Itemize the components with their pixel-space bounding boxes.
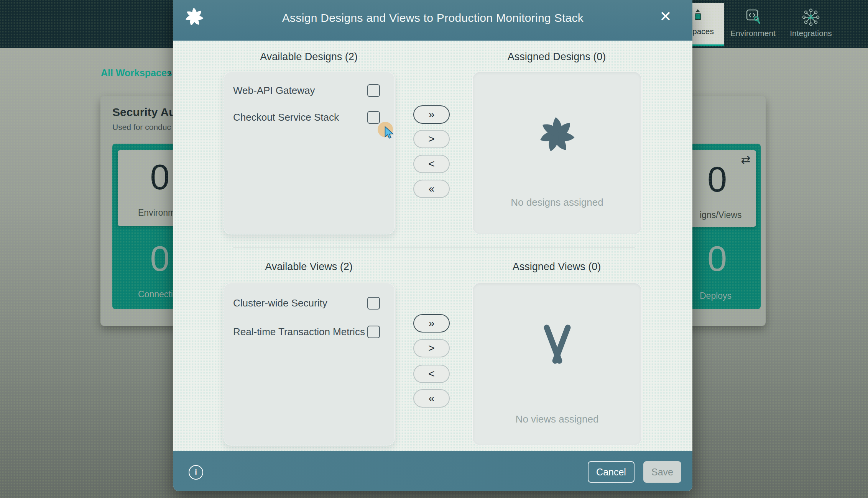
save-button[interactable]: Save bbox=[643, 461, 681, 483]
cancel-button[interactable]: Cancel bbox=[588, 461, 635, 483]
available-designs-heading: Available Designs (2) bbox=[224, 51, 394, 63]
designs-move-all-right-button[interactable]: » bbox=[413, 105, 450, 124]
dialog-body: Available Designs (2) Assigned Designs (… bbox=[173, 41, 692, 451]
view-checkbox[interactable] bbox=[367, 326, 380, 338]
stat-label: Connecti bbox=[138, 289, 173, 300]
design-empty-spiral-icon bbox=[536, 113, 579, 158]
screen: Workspaces rkspaces Environment bbox=[0, 0, 868, 498]
views-move-all-left-button[interactable]: « bbox=[413, 389, 450, 408]
assigned-views-panel: No views assigned bbox=[472, 283, 642, 446]
tab-integrations[interactable]: Integrations bbox=[782, 3, 840, 46]
workspaces-tab-icon bbox=[691, 8, 704, 25]
designs-move-all-left-button[interactable]: « bbox=[413, 180, 450, 198]
available-views-heading: Available Views (2) bbox=[224, 261, 394, 273]
breadcrumb-chevron-icon: › bbox=[168, 66, 172, 79]
swap-icon[interactable]: ⇄ bbox=[741, 154, 751, 165]
design-label: Checkout Service Stack bbox=[233, 111, 339, 123]
no-designs-text: No designs assigned bbox=[473, 197, 641, 208]
dialog-title: Assign Designs and Views to Production M… bbox=[173, 11, 692, 25]
workspace-card-title: Security Aud bbox=[112, 106, 183, 119]
workspace-card-subtitle: Used for conduc bbox=[112, 123, 171, 132]
tab-environment[interactable]: Environment bbox=[724, 3, 782, 46]
dialog-footer: i Cancel Save bbox=[173, 451, 692, 491]
list-item-view[interactable]: Cluster-wide Security bbox=[224, 289, 395, 316]
view-checkbox[interactable] bbox=[367, 297, 380, 310]
view-label: Real-time Transaction Metrics bbox=[233, 326, 365, 338]
environment-tab-icon bbox=[745, 8, 761, 26]
no-views-text: No views assigned bbox=[473, 413, 641, 425]
tab-label: Integrations bbox=[782, 29, 840, 38]
designs-move-right-button[interactable]: > bbox=[413, 130, 450, 148]
designs-move-left-button[interactable]: < bbox=[413, 155, 450, 173]
design-label: Web-API Gateway bbox=[233, 85, 315, 97]
view-empty-v-icon bbox=[534, 321, 580, 369]
assigned-designs-heading: Assigned Designs (0) bbox=[472, 51, 641, 63]
list-item-design[interactable]: Checkout Service Stack bbox=[224, 103, 395, 130]
tab-label: Environment bbox=[724, 29, 782, 38]
stat-label: Deploys bbox=[700, 291, 732, 301]
integrations-tab-icon bbox=[802, 8, 820, 28]
close-icon[interactable]: ✕ bbox=[656, 7, 676, 26]
dialog-header: Assign Designs and Views to Production M… bbox=[173, 0, 692, 41]
assigned-designs-panel: No designs assigned bbox=[472, 72, 642, 234]
available-views-list: Cluster-wide Security Real-time Transact… bbox=[224, 283, 395, 446]
assigned-views-heading: Assigned Views (0) bbox=[472, 261, 641, 273]
assign-dialog: Assign Designs and Views to Production M… bbox=[173, 0, 692, 491]
design-checkbox[interactable] bbox=[367, 111, 380, 124]
design-checkbox[interactable] bbox=[367, 84, 380, 97]
list-item-design[interactable]: Web-API Gateway bbox=[224, 77, 395, 103]
available-designs-list: Web-API Gateway Checkout Service Stack bbox=[224, 72, 395, 234]
views-move-all-right-button[interactable]: » bbox=[413, 314, 450, 333]
stat-label: igns/Views bbox=[700, 210, 742, 220]
view-label: Cluster-wide Security bbox=[233, 297, 327, 309]
views-move-left-button[interactable]: < bbox=[413, 365, 450, 383]
views-move-right-button[interactable]: > bbox=[413, 339, 450, 357]
breadcrumb-all-workspaces[interactable]: All Workspaces bbox=[101, 67, 172, 79]
mouse-cursor-icon bbox=[382, 125, 396, 141]
section-divider bbox=[233, 247, 635, 247]
info-icon[interactable]: i bbox=[189, 465, 203, 480]
list-item-view[interactable]: Real-time Transaction Metrics bbox=[224, 318, 395, 345]
